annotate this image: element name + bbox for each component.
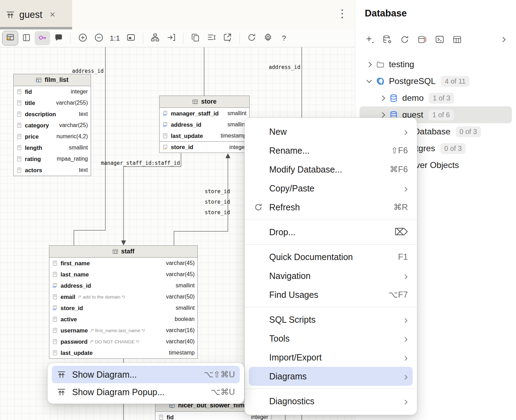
refresh-data-sources-button[interactable] — [397, 33, 412, 47]
entity-table-film-list[interactable]: film_listfidintegertitlevarchar(255)desc… — [13, 74, 91, 176]
fit-content-button[interactable] — [123, 31, 139, 45]
disconnect-button[interactable] — [415, 33, 430, 47]
column-row-description[interactable]: descriptiontext — [14, 108, 91, 120]
menu-item-right: ⌘R — [393, 202, 408, 212]
column-row-address-id[interactable]: address_idsmallint — [49, 280, 197, 291]
refresh-diagram-button[interactable] — [244, 31, 259, 45]
diagrams-submenu: Show Diagram...⌥⇧⌘UShow Diagram Popup...… — [47, 363, 244, 404]
menu-item-navigation[interactable]: Navigation› — [249, 266, 413, 285]
select-visible-button[interactable] — [204, 31, 219, 45]
menu-item-drop[interactable]: Drop...⌦ — [249, 223, 413, 241]
menu-item-modify-database[interactable]: Modify Database...⌘F6 — [249, 160, 413, 179]
table-header[interactable]: staff — [49, 246, 197, 258]
column-icon — [52, 272, 58, 277]
menu-item-diagrams[interactable]: Diagrams› — [249, 367, 413, 386]
show-comments-button[interactable] — [51, 31, 66, 45]
column-type: text — [79, 167, 88, 173]
column-row-first-name[interactable]: first_namevarchar(45) — [49, 258, 197, 269]
menu-item-label: New — [269, 127, 287, 137]
tree-item-label: testing — [389, 59, 414, 69]
menu-item-label: Rename... — [269, 146, 309, 156]
column-comment: /* first_name.last_name */ — [91, 328, 145, 333]
column-icon — [16, 122, 22, 128]
column-row-store-id[interactable]: store_idinteger — [160, 141, 249, 153]
column-row-username[interactable]: username/* first_name.last_name */varcha… — [49, 325, 197, 336]
columns-visibility-button[interactable] — [19, 31, 34, 45]
query-console-button[interactable] — [432, 33, 447, 47]
column-row-last-update[interactable]: last_updatetimestamp — [160, 130, 249, 141]
column-comment: /* add to the domain */ — [78, 294, 125, 300]
table-header[interactable]: film_list — [14, 74, 91, 86]
menu-item-copy-paste[interactable]: Copy/Paste› — [249, 179, 413, 198]
entity-table-store[interactable]: storemanager_staff_idsmallintaddress_ids… — [159, 96, 250, 153]
menu-item-label: Import/Export — [269, 352, 322, 363]
column-row-category[interactable]: categoryvarchar(25) — [14, 120, 91, 131]
column-row-last-update[interactable]: last_updatetimestamp — [49, 347, 197, 358]
diagram-structure-view-button[interactable] — [2, 31, 18, 45]
entity-table-staff[interactable]: stafffirst_namevarchar(45)last_namevarch… — [49, 245, 198, 359]
zoom-in-button[interactable] — [75, 31, 90, 45]
add-data-source-button[interactable] — [362, 33, 377, 47]
close-tab-icon[interactable]: ✕ — [49, 10, 56, 19]
menu-item-show-diagram[interactable]: Show Diagram...⌥⇧⌘U — [52, 366, 240, 383]
select-visible-icon — [207, 33, 216, 44]
zoom-actual-size-button[interactable]: 1:1 — [107, 31, 123, 45]
copy-diagram-button[interactable] — [188, 31, 203, 45]
menu-item-show-diagram-popup[interactable]: Show Diagram Popup...⌥⌘U — [52, 383, 240, 401]
menu-item-quick-documentation[interactable]: Quick DocumentationF1 — [249, 247, 413, 266]
tab-guest-diagram[interactable]: guest ✕ — [0, 0, 72, 29]
column-row-fid[interactable]: fidinteger — [14, 86, 91, 97]
column-row-store-id[interactable]: store_idsmallint — [49, 302, 197, 314]
column-row-address-id[interactable]: address_idsmallint — [160, 119, 249, 130]
menu-item-sql-scripts[interactable]: SQL Scripts› — [249, 310, 413, 329]
table-view-button[interactable] — [450, 33, 465, 47]
help-button[interactable]: ? — [276, 31, 292, 45]
foreign-key-icon — [52, 283, 58, 288]
column-row-title[interactable]: titlevarchar(255) — [14, 97, 91, 108]
menu-item-new[interactable]: New› — [249, 122, 413, 141]
more-options-kebab-icon[interactable]: ⋮ — [337, 7, 348, 20]
menu-item-label: Show Diagram... — [72, 370, 137, 380]
chevron-right-icon[interactable] — [380, 95, 385, 101]
menu-item-rename[interactable]: Rename...⇧F6 — [249, 141, 413, 160]
tree-item-demo[interactable]: demo1 of 3 — [360, 90, 512, 106]
column-row-email[interactable]: email/* add to the domain */varchar(50) — [49, 291, 197, 302]
column-row-rating[interactable]: ratingmpaa_rating — [14, 153, 91, 164]
zoom-out-button[interactable] — [91, 31, 106, 45]
edge-label: address_id — [72, 68, 104, 74]
tree-item-testing[interactable]: testing — [360, 56, 512, 73]
chevron-down-icon[interactable] — [367, 78, 372, 83]
view-icon — [36, 77, 42, 83]
column-row-actors[interactable]: actorstext — [14, 164, 91, 176]
chevron-right-icon[interactable] — [367, 62, 372, 67]
column-row-active[interactable]: activeboolean — [49, 314, 197, 325]
menu-item-tools[interactable]: Tools› — [249, 329, 413, 348]
more-chevron-button[interactable] — [496, 33, 511, 47]
column-type: varchar(45) — [166, 260, 195, 266]
menu-item-shortcut: ⌥⌘U — [211, 387, 235, 397]
column-row-price[interactable]: pricenumeric(4,2) — [14, 131, 91, 142]
column-icon — [52, 316, 58, 322]
apply-current-layout-button[interactable] — [163, 31, 179, 45]
menu-item-import-export[interactable]: Import/Export› — [249, 348, 413, 367]
add-data-source-icon — [365, 35, 375, 46]
menu-item-diagnostics[interactable]: Diagnostics› — [249, 392, 413, 411]
chevron-right-icon[interactable] — [380, 112, 385, 118]
export-diagram-button[interactable] — [220, 31, 235, 45]
menu-item-label: Quick Documentation — [269, 252, 353, 262]
edge-label: store_id — [205, 199, 230, 205]
column-row-manager-staff-id[interactable]: manager_staff_idsmallint — [160, 108, 249, 119]
menu-item-refresh[interactable]: Refresh⌘R — [249, 198, 413, 217]
show-key-columns-button[interactable] — [35, 31, 50, 45]
tree-item-postgresql[interactable]: PostgreSQL4 of 11 — [360, 73, 512, 90]
diagram-settings-button[interactable] — [260, 31, 276, 45]
diagram-icon — [6, 10, 15, 20]
column-row-last-name[interactable]: last_namevarchar(45) — [49, 269, 197, 280]
table-header[interactable]: store — [160, 96, 249, 108]
layout-hierarchic-button[interactable] — [147, 31, 163, 45]
zoom-actual-size-label: 1:1 — [110, 34, 120, 42]
menu-item-find-usages[interactable]: Find Usages⌥F7 — [249, 285, 413, 304]
data-source-properties-button[interactable] — [380, 33, 395, 47]
column-row-password[interactable]: password/* DO NOT CHANGE */varchar(40) — [49, 336, 197, 347]
column-row-length[interactable]: lengthsmallint — [14, 142, 91, 153]
